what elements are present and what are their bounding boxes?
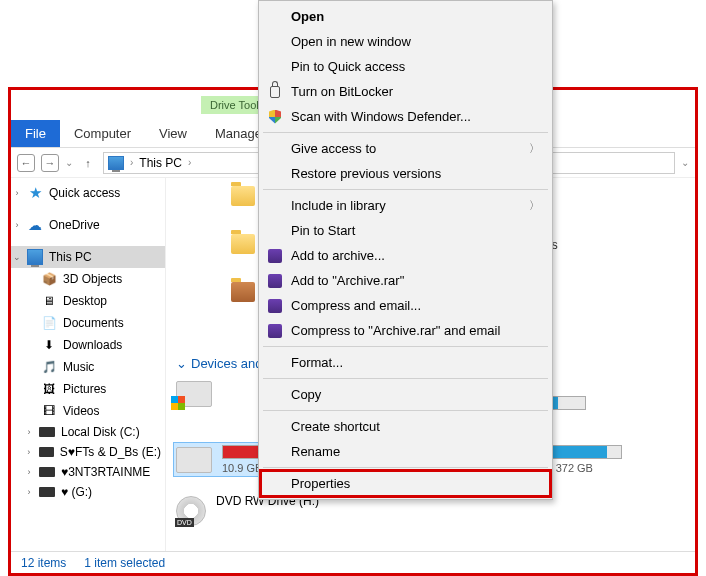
menu-open[interactable]: Open (261, 4, 550, 29)
drive-icon (39, 467, 55, 477)
menu-label: Compress and email... (291, 298, 421, 313)
menu-label: Include in library (291, 198, 386, 213)
folder-icon[interactable] (231, 234, 255, 254)
status-bar: 12 items 1 item selected (11, 551, 695, 573)
menu-label: Rename (291, 444, 340, 459)
nav-desktop[interactable]: 🖥Desktop (11, 290, 165, 312)
menu-label: Scan with Windows Defender... (291, 109, 471, 124)
tab-file[interactable]: File (11, 120, 60, 147)
nav-back-button[interactable]: ← (17, 154, 35, 172)
archive-icon (267, 298, 283, 314)
nav-music[interactable]: 🎵Music (11, 356, 165, 378)
videos-icon: 🎞 (41, 403, 57, 419)
archive-icon (267, 273, 283, 289)
menu-give-access[interactable]: Give access to〉 (261, 136, 550, 161)
chevron-down-icon: ⌄ (176, 356, 187, 371)
nav-label: This PC (49, 250, 92, 264)
menu-format[interactable]: Format... (261, 350, 550, 375)
pictures-icon: 🖼 (41, 381, 57, 397)
nav-label: Music (63, 360, 94, 374)
nav-label: Quick access (49, 186, 120, 200)
nav-downloads[interactable]: ⬇Downloads (11, 334, 165, 356)
menu-bitlocker[interactable]: Turn on BitLocker (261, 79, 550, 104)
desktop-icon: 🖥 (41, 293, 57, 309)
this-pc-icon (27, 249, 43, 265)
menu-pin-quick-access[interactable]: Pin to Quick access (261, 54, 550, 79)
separator (263, 189, 548, 190)
menu-label: Compress to "Archive.rar" and email (291, 323, 500, 338)
lock-icon (267, 84, 283, 100)
menu-label: Open (291, 9, 324, 24)
archive-icon (267, 248, 283, 264)
separator (263, 410, 548, 411)
drive-icon (176, 381, 212, 407)
folder-icon[interactable] (231, 186, 255, 206)
nav-label: ♥ (G:) (61, 485, 92, 499)
menu-open-new-window[interactable]: Open in new window (261, 29, 550, 54)
tab-computer[interactable]: Computer (60, 120, 145, 147)
context-menu: Open Open in new window Pin to Quick acc… (258, 0, 553, 500)
nav-label: Local Disk (C:) (61, 425, 140, 439)
nav-videos[interactable]: 🎞Videos (11, 400, 165, 422)
nav-label: Desktop (63, 294, 107, 308)
drive-icon (176, 447, 212, 473)
nav-documents[interactable]: 📄Documents (11, 312, 165, 334)
menu-compress-email[interactable]: Compress and email... (261, 293, 550, 318)
path-segment[interactable]: This PC (139, 156, 182, 170)
menu-create-shortcut[interactable]: Create shortcut (261, 414, 550, 439)
chevron-right-icon: › (130, 157, 133, 168)
nav-onedrive[interactable]: ›☁OneDrive (11, 214, 165, 236)
menu-label: Open in new window (291, 34, 411, 49)
status-items: 12 items (21, 556, 66, 570)
nav-drive-g[interactable]: ›♥ (G:) (11, 482, 165, 502)
menu-label: Pin to Start (291, 223, 355, 238)
nav-up-button[interactable]: ↑ (79, 154, 97, 172)
menu-restore-versions[interactable]: Restore previous versions (261, 161, 550, 186)
star-icon: ★ (27, 185, 43, 201)
cube-icon: 📦 (41, 271, 57, 287)
this-pc-icon (108, 156, 124, 170)
menu-label: Create shortcut (291, 419, 380, 434)
menu-rename[interactable]: Rename (261, 439, 550, 464)
nav-forward-button[interactable]: → (41, 154, 59, 172)
menu-properties[interactable]: Properties (261, 471, 550, 496)
shield-icon (267, 109, 283, 125)
nav-label: OneDrive (49, 218, 100, 232)
dvd-icon (176, 496, 206, 526)
menu-label: Restore previous versions (291, 166, 441, 181)
nav-label: 3D Objects (63, 272, 122, 286)
menu-label: Add to archive... (291, 248, 385, 263)
nav-this-pc[interactable]: ⌄This PC (11, 246, 165, 268)
drive-icon (39, 427, 55, 437)
nav-pictures[interactable]: 🖼Pictures (11, 378, 165, 400)
nav-drive-f[interactable]: ›♥3NT3RTAINME (11, 462, 165, 482)
menu-label: Give access to (291, 141, 376, 156)
menu-add-archive-rar[interactable]: Add to "Archive.rar" (261, 268, 550, 293)
nav-3d-objects[interactable]: 📦3D Objects (11, 268, 165, 290)
history-dropdown-icon[interactable]: ⌄ (65, 157, 73, 168)
nav-local-disk-c[interactable]: ›Local Disk (C:) (11, 422, 165, 442)
address-dropdown-icon[interactable]: ⌄ (681, 157, 689, 168)
nav-quick-access[interactable]: ›★Quick access (11, 182, 165, 204)
menu-copy[interactable]: Copy (261, 382, 550, 407)
nav-label: Documents (63, 316, 124, 330)
menu-add-archive[interactable]: Add to archive... (261, 243, 550, 268)
submenu-arrow-icon: 〉 (529, 141, 540, 156)
menu-label: Properties (291, 476, 350, 491)
nav-label: Pictures (63, 382, 106, 396)
drive-icon (39, 447, 54, 457)
menu-pin-start[interactable]: Pin to Start (261, 218, 550, 243)
nav-label: Downloads (63, 338, 122, 352)
tab-view[interactable]: View (145, 120, 201, 147)
nav-label: ♥3NT3RTAINME (61, 465, 150, 479)
documents-icon: 📄 (41, 315, 57, 331)
menu-compress-rar-email[interactable]: Compress to "Archive.rar" and email (261, 318, 550, 343)
nav-drive-e[interactable]: ›S♥FTs & D_Bs (E:) (11, 442, 165, 462)
drive-icon (39, 487, 55, 497)
menu-defender[interactable]: Scan with Windows Defender... (261, 104, 550, 129)
menu-label: Turn on BitLocker (291, 84, 393, 99)
folder-icon[interactable] (231, 282, 255, 302)
menu-include-library[interactable]: Include in library〉 (261, 193, 550, 218)
menu-label: Format... (291, 355, 343, 370)
chevron-right-icon: › (188, 157, 191, 168)
